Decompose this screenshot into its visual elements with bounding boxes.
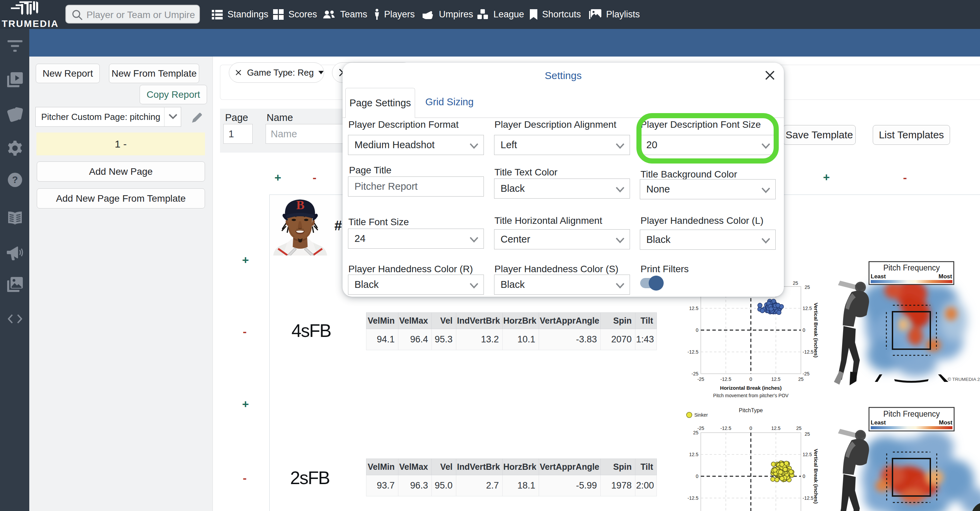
svg-text:Pitch Frequency: Pitch Frequency <box>883 409 940 418</box>
svg-text:0: 0 <box>749 425 752 431</box>
svg-text:25: 25 <box>798 376 803 382</box>
svg-text:25: 25 <box>805 431 810 437</box>
svg-text:Least: Least <box>871 419 886 426</box>
svg-text:12.5: 12.5 <box>771 425 780 431</box>
svg-text:0: 0 <box>803 327 805 333</box>
svg-text:-25: -25 <box>692 371 698 376</box>
svg-text:?: ? <box>12 174 18 185</box>
svg-text:12.5: 12.5 <box>803 452 812 457</box>
svg-text:25: 25 <box>793 280 798 286</box>
svg-text:Vertical Break (inches): Vertical Break (inches) <box>813 449 819 504</box>
svg-text:© TRUMEDIA 2024: © TRUMEDIA 2024 <box>948 377 980 382</box>
svg-text:Least: Least <box>871 273 886 280</box>
svg-text:0: 0 <box>803 474 805 479</box>
svg-text:Most: Most <box>939 273 952 280</box>
svg-text:Pitch Frequency: Pitch Frequency <box>883 263 940 272</box>
svg-text:Most: Most <box>939 419 952 426</box>
svg-text:-12.5: -12.5 <box>687 349 698 355</box>
svg-text:Vertical Break (inches): Vertical Break (inches) <box>813 303 819 358</box>
svg-text:Horizontal Break (inches): Horizontal Break (inches) <box>720 385 782 391</box>
svg-text:12.5: 12.5 <box>689 306 698 311</box>
svg-text:B: B <box>296 199 304 212</box>
svg-text:-12.5: -12.5 <box>803 349 813 355</box>
svg-text:25: 25 <box>693 430 698 435</box>
svg-text:-12.5: -12.5 <box>687 495 698 501</box>
svg-text:Pitch movement from pitcher's: Pitch movement from pitcher's POV <box>713 393 789 398</box>
svg-text:-25: -25 <box>803 371 810 376</box>
svg-text:12.5: 12.5 <box>771 376 780 382</box>
svg-text:0: 0 <box>696 474 698 479</box>
svg-text:12.5: 12.5 <box>803 306 812 311</box>
svg-text:25: 25 <box>805 285 810 290</box>
svg-text:0: 0 <box>696 327 698 333</box>
svg-text:-12.5: -12.5 <box>721 425 732 431</box>
svg-text:25: 25 <box>796 425 802 431</box>
svg-text:Sinker: Sinker <box>694 412 708 418</box>
svg-text:-25: -25 <box>697 376 704 382</box>
svg-text:PitchType: PitchType <box>739 408 763 413</box>
svg-text:12.5: 12.5 <box>689 452 698 457</box>
svg-text:0: 0 <box>749 376 752 382</box>
svg-text:-12.5: -12.5 <box>721 376 732 382</box>
svg-text:-12.5: -12.5 <box>803 495 813 501</box>
